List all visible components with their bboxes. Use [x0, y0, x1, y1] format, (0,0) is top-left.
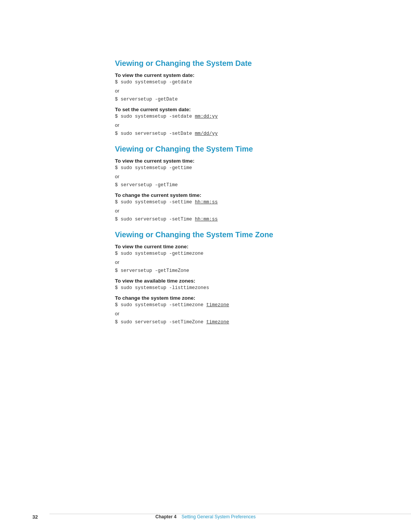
or-text-5: or	[115, 259, 365, 265]
section-heading-date: Viewing or Changing the System Date	[115, 59, 365, 68]
code-set-tz-2: $ sudo serversetup -setTimeZone timezone	[115, 320, 365, 325]
section-heading-time: Viewing or Changing the System Time	[115, 145, 365, 153]
code-view-date-1: $ sudo systemsetup -getdate	[115, 80, 365, 85]
or-text-6: or	[115, 311, 365, 316]
subheading-view-date: To view the current system date:	[115, 72, 365, 78]
subsection-set-date: To set the current system date: $ sudo s…	[115, 107, 365, 136]
section-time: Viewing or Changing the System Time To v…	[115, 145, 365, 222]
or-text-2: or	[115, 122, 365, 128]
content-area: Viewing or Changing the System Date To v…	[115, 0, 365, 325]
code-list-tz: $ sudo systemsetup -listtimezones	[115, 285, 365, 291]
code-set-date-2: $ sudo serversetup -setDate mm/dd/yy	[115, 131, 365, 136]
param-hhmmss-1: hh:mm:ss	[195, 200, 218, 205]
footer-page-number: 32	[32, 514, 38, 520]
param-hhmmss-2: hh:mm:ss	[195, 217, 218, 222]
subsection-view-time: To view the current system time: $ sudo …	[115, 158, 365, 188]
subheading-set-time: To change the current system time:	[115, 192, 365, 198]
subheading-set-timezone: To change the system time zone:	[115, 295, 365, 301]
or-text-4: or	[115, 208, 365, 214]
subheading-view-timezone: To view the current time zone:	[115, 244, 365, 249]
code-view-tz-2: $ serversetup -getTimeZone	[115, 268, 365, 273]
param-timezone-2: timezone	[206, 320, 229, 325]
param-mmddyy-1: mm:dd:yy	[195, 114, 218, 119]
page: Viewing or Changing the System Date To v…	[0, 0, 411, 532]
code-set-date-1: $ sudo systemsetup -setdate mm:dd:yy	[115, 114, 365, 119]
param-timezone-1: timezone	[206, 302, 229, 308]
code-view-tz-1: $ sudo systemsetup -gettimezone	[115, 251, 365, 256]
subheading-view-time: To view the current system time:	[115, 158, 365, 164]
subheading-set-date: To set the current system date:	[115, 107, 365, 112]
code-set-tz-1: $ sudo systemsetup -settimezone timezone	[115, 302, 365, 308]
code-view-time-1: $ sudo systemsetup -gettime	[115, 165, 365, 171]
subsection-set-timezone: To change the system time zone: $ sudo s…	[115, 295, 365, 325]
param-mmddyy-2: mm/dd/yy	[195, 131, 218, 136]
subheading-list-timezones: To view the available time zones:	[115, 278, 365, 284]
footer-chapter-info: Chapter 4 Setting General System Prefere…	[155, 514, 255, 519]
or-text-3: or	[115, 174, 365, 179]
code-set-time-2: $ sudo serversetup -setTime hh:mm:ss	[115, 217, 365, 222]
code-view-time-2: $ serversetup -getTime	[115, 182, 365, 188]
footer-chapter-text: Setting General System Preferences	[182, 514, 256, 519]
or-text-1: or	[115, 88, 365, 94]
subsection-list-timezones: To view the available time zones: $ sudo…	[115, 278, 365, 291]
footer-chapter-label: Chapter 4	[155, 514, 176, 519]
subsection-view-timezone: To view the current time zone: $ sudo sy…	[115, 244, 365, 273]
section-date: Viewing or Changing the System Date To v…	[115, 59, 365, 136]
code-view-date-2: $ serversetup -getDate	[115, 97, 365, 102]
subsection-view-date: To view the current system date: $ sudo …	[115, 72, 365, 102]
section-timezone: Viewing or Changing the System Time Zone…	[115, 230, 365, 325]
section-heading-timezone: Viewing or Changing the System Time Zone	[115, 230, 365, 239]
code-set-time-1: $ sudo systemsetup -settime hh:mm:ss	[115, 200, 365, 205]
subsection-set-time: To change the current system time: $ sud…	[115, 192, 365, 222]
footer-chapter-separator	[178, 514, 180, 519]
